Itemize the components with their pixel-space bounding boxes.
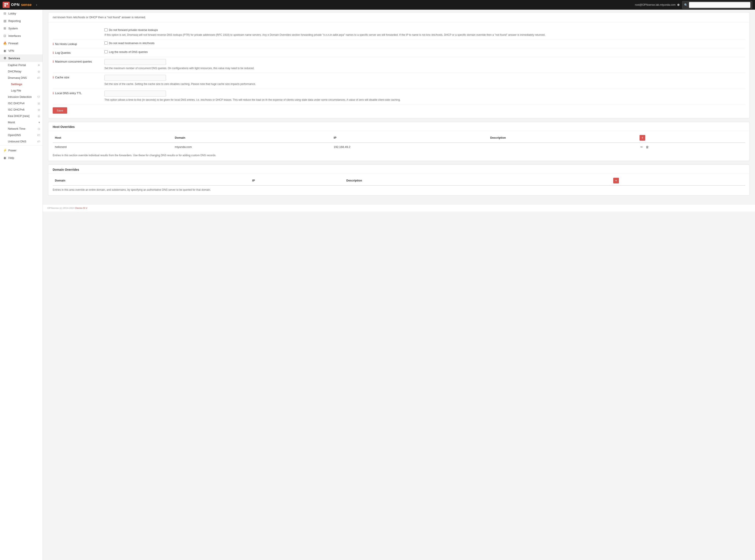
submenu-opendns[interactable]: OpenDNS 🏷 — [8, 132, 43, 138]
sidebar-item-firewall[interactable]: 🔥 Firewall — [0, 40, 43, 47]
log-queries-control: Log the results of DNS queries — [104, 50, 745, 54]
submenu-intrusion-detection[interactable]: Intrusion Detection 🛡 — [8, 94, 43, 100]
log-file-label: Log File — [11, 89, 21, 92]
local-dns-ttl-label: ℹ Local DNS entry TTL — [53, 91, 101, 95]
logo-icon — [3, 2, 9, 8]
search-input[interactable] — [689, 2, 750, 8]
services-submenu: Captive Portal ✈ DHCRelay ◎ Dnsmasq DNS … — [0, 62, 43, 145]
logo: OPNsense — [3, 2, 32, 8]
sidebar-item-vpn[interactable]: ◉ VPN — [0, 47, 43, 55]
log-queries-label-text: Log Queries — [55, 51, 71, 55]
private-reverse-checkbox-label[interactable]: Do not forward private reverse lookups — [104, 28, 745, 32]
footer-copyright: (c) 2014-2024 — [59, 207, 75, 209]
log-queries-checkbox[interactable] — [104, 50, 107, 53]
no-hosts-checkbox-text: Do not read hostnames in /etc/hosts — [109, 41, 155, 45]
opendns-icon: 🏷 — [37, 134, 40, 137]
sidebar-label-reporting: Reporting — [8, 19, 21, 23]
partial-top-text: not known from /etc/hosts or DHCP then a… — [48, 13, 750, 23]
edit-host-override-button[interactable]: ✏ — [639, 145, 644, 149]
isc-dhcpv4-icon: ◎ — [38, 102, 40, 105]
submenu-settings[interactable]: Settings — [8, 81, 43, 87]
cache-size-row: ℹ Cache size 10000 Set the size of the c… — [53, 73, 745, 88]
no-hosts-checkbox[interactable] — [104, 41, 107, 44]
no-hosts-checkbox-label[interactable]: Do not read hostnames in /etc/hosts — [104, 41, 745, 45]
user-display: root@OPNsense.lab.miyunda.com — [635, 3, 679, 6]
search-icon: 🔍 — [684, 3, 688, 6]
cache-size-label-text: Cache size — [55, 76, 69, 79]
power-icon: ⚡ — [3, 148, 6, 152]
host-overrides-card: Host Overrides Host Domain IP Descriptio… — [48, 122, 750, 161]
submenu-network-time[interactable]: Network Time ◷ — [8, 125, 43, 132]
add-domain-override-button[interactable]: + — [613, 178, 619, 183]
host-overrides-note: Entries in this section override individ… — [53, 153, 745, 157]
private-reverse-checkbox[interactable] — [104, 28, 107, 32]
sidebar-label-vpn: VPN — [8, 49, 14, 53]
submenu-kea-dhcp[interactable]: Kea DHCP [new] ◎ — [8, 113, 43, 119]
sidebar-item-help[interactable]: ◉ Help — [0, 154, 43, 161]
save-button[interactable]: Save — [53, 107, 67, 114]
no-hosts-control: Do not read hostnames in /etc/hosts — [104, 41, 745, 45]
sidebar-item-lobby[interactable]: ⊟ Lobby — [0, 9, 43, 17]
dnsmasq-icon: 🏷 — [37, 76, 40, 79]
local-dns-ttl-label-text: Local DNS entry TTL — [55, 92, 82, 95]
submenu-isc-dhcpv6[interactable]: ISC DHCPv6 ◎ — [8, 106, 43, 113]
no-hosts-label-text: No Hosts Lookup — [55, 42, 77, 46]
cache-size-info-icon: ℹ — [53, 76, 54, 79]
private-reverse-row: Do not forward private reverse lookups I… — [53, 26, 745, 39]
footer: OPNsense (c) 2014-2024 Deciso B.V. — [43, 204, 755, 212]
sidebar-label-help: Help — [8, 156, 14, 160]
search-bar[interactable]: 🔍 — [682, 1, 752, 9]
host-overrides-table-wrapper: Host Domain IP Description + — [48, 133, 750, 161]
max-concurrent-info-icon: ℹ — [53, 60, 54, 63]
footer-link[interactable]: Deciso B.V. — [75, 207, 87, 209]
add-host-override-button[interactable]: + — [639, 135, 645, 141]
max-concurrent-input[interactable]: 5000 — [104, 59, 166, 65]
delete-host-override-button[interactable]: 🗑 — [645, 145, 650, 149]
kea-dhcp-label: Kea DHCP [new] — [8, 114, 29, 118]
sidebar-label-system: System — [8, 27, 18, 30]
log-queries-info-icon: ℹ — [53, 51, 54, 55]
submenu-monit[interactable]: Monit ♥ — [8, 119, 43, 125]
svg-rect-0 — [4, 3, 6, 5]
log-queries-checkbox-label[interactable]: Log the results of DNS queries — [104, 50, 745, 54]
log-queries-label: ℹ Log Queries — [53, 50, 101, 55]
submenu-isc-dhcpv4[interactable]: ISC DHCPv4 ◎ — [8, 100, 43, 106]
svg-rect-1 — [6, 3, 8, 5]
domain-overrides-card: Domain Overrides Domain IP Description + — [48, 165, 750, 196]
isc-dhcpv6-label: ISC DHCPv6 — [8, 108, 25, 111]
cache-size-description: Set the size of the cache. Setting the c… — [104, 82, 745, 86]
isc-dhcpv4-label: ISC DHCPv4 — [8, 102, 25, 105]
domain-cell: miyunda.com — [173, 143, 332, 151]
local-dns-ttl-control: 1 This option allows a time-to-live (in … — [104, 91, 745, 102]
dnsmasq-dns-label: Dnsmasq DNS — [8, 76, 27, 79]
host-cell: hellonerd — [53, 143, 173, 151]
logo-opn: OPN — [11, 3, 20, 7]
log-queries-checkbox-text: Log the results of DNS queries — [109, 50, 148, 54]
sidebar-item-interfaces[interactable]: ⊡ Interfaces — [0, 32, 43, 40]
settings-label: Settings — [11, 82, 22, 86]
sidebar-item-reporting[interactable]: ▤ Reporting — [0, 17, 43, 25]
submenu-dnsmasq-dns[interactable]: Dnsmasq DNS 🏷 — [8, 75, 43, 81]
table-row: hellonerd miyunda.com 192.168.49.2 ✏ 🗑 — [53, 143, 745, 151]
cache-size-label: ℹ Cache size — [53, 75, 101, 79]
sidebar-label-lobby: Lobby — [8, 12, 16, 15]
sidebar-label-power: Power — [8, 149, 17, 152]
local-dns-ttl-description: This option allows a time-to-live (in se… — [104, 98, 745, 102]
sidebar-item-system[interactable]: ⊞ System — [0, 25, 43, 32]
interfaces-icon: ⊡ — [3, 34, 6, 38]
submenu-dhcrelay[interactable]: DHCRelay ◎ — [8, 68, 43, 75]
row-action-buttons: ✏ 🗑 — [639, 145, 743, 149]
submenu-unbound-dns[interactable]: Unbound DNS 🏷 — [8, 138, 43, 145]
domain-overrides-note: Entries in this area override an entire … — [53, 188, 745, 192]
sidebar-item-services[interactable]: ⚙ Services — [0, 55, 43, 62]
sidebar-label-services: Services — [8, 57, 20, 60]
intrusion-detection-label: Intrusion Detection — [8, 95, 32, 99]
sidebar-toggle-button[interactable]: ‹ — [34, 2, 39, 8]
submenu-captive-portal[interactable]: Captive Portal ✈ — [8, 62, 43, 68]
local-dns-ttl-input[interactable]: 1 — [104, 91, 166, 97]
settings-card: not known from /etc/hosts or DHCP then a… — [48, 12, 750, 118]
no-hosts-info-icon: ℹ — [53, 42, 54, 46]
sidebar-item-power[interactable]: ⚡ Power — [0, 146, 43, 154]
submenu-log-file[interactable]: Log File — [8, 87, 43, 94]
cache-size-input[interactable]: 10000 — [104, 75, 166, 81]
